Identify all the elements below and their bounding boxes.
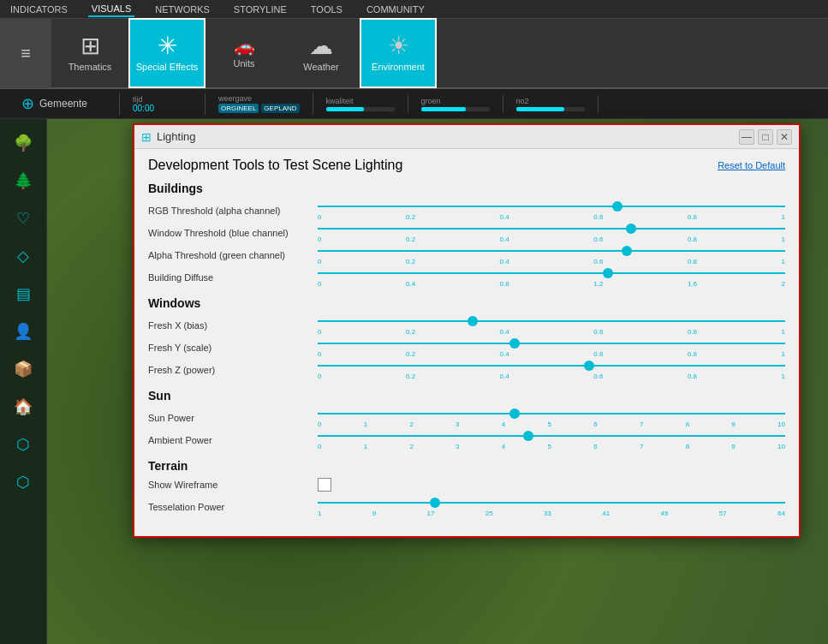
lighting-dialog: ⊞ Lighting — □ ✕ Development Tools to Te… <box>133 123 801 538</box>
weergave-status: weergave ORGINEEL GEPLAND <box>206 92 313 115</box>
groen-status: groen <box>408 95 503 113</box>
dialog-header-row: Development Tools to Test Scene Lighting… <box>148 158 785 173</box>
minimize-button[interactable]: — <box>739 129 754 145</box>
building-diffuse-track[interactable] <box>318 267 785 279</box>
sidebar-item-people[interactable]: 👤 <box>8 316 39 347</box>
sun-heading: Sun <box>148 389 785 402</box>
toolbar-units[interactable]: 🚗 Units <box>206 18 283 88</box>
nav-indicators[interactable]: INDICATORS <box>7 3 71 16</box>
toolbar-menu-button[interactable]: ≡ <box>0 18 51 88</box>
thematics-icon: ⊞ <box>80 34 100 58</box>
toolbar-weather[interactable]: ☁ Weather <box>283 18 360 88</box>
show-wireframe-checkbox[interactable] <box>318 478 331 492</box>
rgb-threshold-track[interactable] <box>318 200 785 212</box>
gemeente-icon: ⊕ <box>21 94 34 113</box>
units-icon: 🚗 <box>234 38 255 55</box>
kwaliteit-status: kwaliteit <box>313 95 408 113</box>
maximize-button[interactable]: □ <box>758 129 773 145</box>
sun-power-ticks: 012345678910 <box>318 420 785 428</box>
window-threshold-slider-container: 00.20.40.60.81 <box>318 223 785 243</box>
toolbar-special-effects[interactable]: ✳ INDICATORS Special Effects <box>128 18 206 88</box>
nav-networks[interactable]: NETWORKS <box>152 3 213 16</box>
fresh-y-label: Fresh Y (scale) <box>148 343 311 353</box>
sidebar-item-tree1[interactable]: 🌳 <box>8 128 39 158</box>
map-area: ⊞ Lighting — □ ✕ Development Tools to Te… <box>47 119 828 644</box>
toolbar-environment-label: Environment <box>372 62 425 72</box>
main-area: 🌳 🌲 ♡ ◇ ▤ 👤 📦 🏠 ⬡ ⬡ ⊞ Lighting — □ ✕ <box>0 119 828 644</box>
tesselation-power-label: Tesselation Power <box>148 502 311 512</box>
nav-community[interactable]: COMMUNITY <box>363 3 428 16</box>
sun-power-slider-container: 012345678910 <box>318 408 785 428</box>
lighting-icon: ⊞ <box>141 130 152 144</box>
left-sidebar: 🌳 🌲 ♡ ◇ ▤ 👤 📦 🏠 ⬡ ⬡ <box>0 119 47 644</box>
sun-power-label: Sun Power <box>148 413 311 423</box>
terrain-section: Terrain Show Wireframe Tesselation Power <box>148 459 785 517</box>
terrain-heading: Terrain <box>148 459 785 473</box>
building-diffuse-ticks: 00.40.81.21.62 <box>318 280 785 288</box>
nav-storyline[interactable]: STORYLINE <box>230 3 290 16</box>
fresh-z-row: Fresh Z (power) 00.20.40.60.81 <box>148 360 785 380</box>
fresh-x-track[interactable] <box>318 315 785 327</box>
fresh-x-ticks: 00.20.40.60.81 <box>318 328 785 336</box>
fresh-y-slider-container: 00.20.40.60.81 <box>318 337 785 358</box>
nav-visuals[interactable]: VISUALS <box>88 2 134 17</box>
alpha-threshold-ticks: 00.20.40.60.81 <box>318 258 785 265</box>
menu-icon: ≡ <box>21 44 31 63</box>
sun-power-track[interactable] <box>318 408 785 420</box>
alpha-threshold-slider-container: 00.20.40.60.81 <box>318 245 785 265</box>
sun-section: Sun Sun Power 012345678910 <box>148 389 785 450</box>
toolbar-environment[interactable]: ☀ Environment <box>360 18 437 88</box>
toolbar-thematics-label: Thematics <box>69 62 112 72</box>
toolbar-thematics[interactable]: ⊞ Thematics <box>51 18 128 88</box>
show-wireframe-label: Show Wireframe <box>148 480 311 490</box>
close-button[interactable]: ✕ <box>777 129 792 145</box>
fresh-z-slider-container: 00.20.40.60.81 <box>318 360 785 380</box>
ambient-power-track[interactable] <box>318 430 785 442</box>
fresh-z-ticks: 00.20.40.60.81 <box>318 373 785 380</box>
sidebar-item-hex2[interactable]: ⬡ <box>8 467 39 498</box>
windows-section: Windows Fresh X (bias) 00.20.40.60.81 <box>148 296 785 380</box>
fresh-y-track[interactable] <box>318 337 785 349</box>
rgb-threshold-slider-container: 00.20.40.60.81 <box>318 200 785 221</box>
sun-power-row: Sun Power 012345678910 <box>148 408 785 428</box>
tijd-status: tijd 00:00 <box>120 93 206 115</box>
sidebar-item-tree2[interactable]: 🌲 <box>8 165 39 196</box>
dialog-content: Development Tools to Test Scene Lighting… <box>134 149 799 536</box>
window-threshold-label: Window Threshold (blue channel) <box>148 228 311 238</box>
building-diffuse-label: Building Diffuse <box>148 272 311 283</box>
sidebar-item-heart[interactable]: ♡ <box>8 203 39 234</box>
fresh-x-slider-container: 00.20.40.60.81 <box>318 315 785 336</box>
building-diffuse-slider-container: 00.40.81.21.62 <box>318 267 785 288</box>
ambient-power-slider-container: 012345678910 <box>318 430 785 450</box>
rgb-threshold-row: RGB Threshold (alpha channel) 00.20.40.6… <box>148 200 785 221</box>
sidebar-item-box[interactable]: 📦 <box>8 354 39 385</box>
special-effects-icon: ✳ <box>158 34 177 58</box>
dialog-titlebar: ⊞ Lighting — □ ✕ <box>134 125 799 149</box>
sidebar-item-shape[interactable]: ◇ <box>8 241 39 271</box>
toolbar-weather-label: Weather <box>303 62 338 72</box>
tesselation-power-ticks: 1917253341495764 <box>318 510 785 517</box>
sidebar-item-building[interactable]: 🏠 <box>8 391 39 422</box>
ambient-power-row: Ambient Power 012345678910 <box>148 430 785 450</box>
alpha-threshold-track[interactable] <box>318 245 785 257</box>
fresh-y-ticks: 00.20.40.60.81 <box>318 350 785 358</box>
windows-heading: Windows <box>148 296 785 310</box>
fresh-z-track[interactable] <box>318 360 785 372</box>
rgb-threshold-ticks: 00.20.40.60.81 <box>318 213 785 221</box>
window-threshold-row: Window Threshold (blue channel) 00.20.40… <box>148 223 785 243</box>
sidebar-item-hex1[interactable]: ⬡ <box>8 429 39 460</box>
gemeente-label: Gemeente <box>39 98 87 110</box>
toolbar: ≡ ⊞ Thematics ✳ INDICATORS Special Effec… <box>0 19 828 89</box>
fresh-x-label: Fresh X (bias) <box>148 320 311 331</box>
fresh-z-label: Fresh Z (power) <box>148 365 311 375</box>
tesselation-power-slider-container: 1917253341495764 <box>318 497 785 517</box>
top-navigation: INDICATORS VISUALS NETWORKS STORYLINE TO… <box>0 0 828 19</box>
ambient-power-label: Ambient Power <box>148 435 311 445</box>
tesselation-power-track[interactable] <box>318 497 785 509</box>
fresh-x-row: Fresh X (bias) 00.20.40.60.81 <box>148 315 785 336</box>
show-wireframe-row: Show Wireframe <box>148 478 785 492</box>
sidebar-item-layers[interactable]: ▤ <box>8 278 39 309</box>
reset-to-default-link[interactable]: Reset to Default <box>718 160 785 170</box>
window-threshold-track[interactable] <box>318 223 785 235</box>
nav-tools[interactable]: TOOLS <box>307 3 346 16</box>
